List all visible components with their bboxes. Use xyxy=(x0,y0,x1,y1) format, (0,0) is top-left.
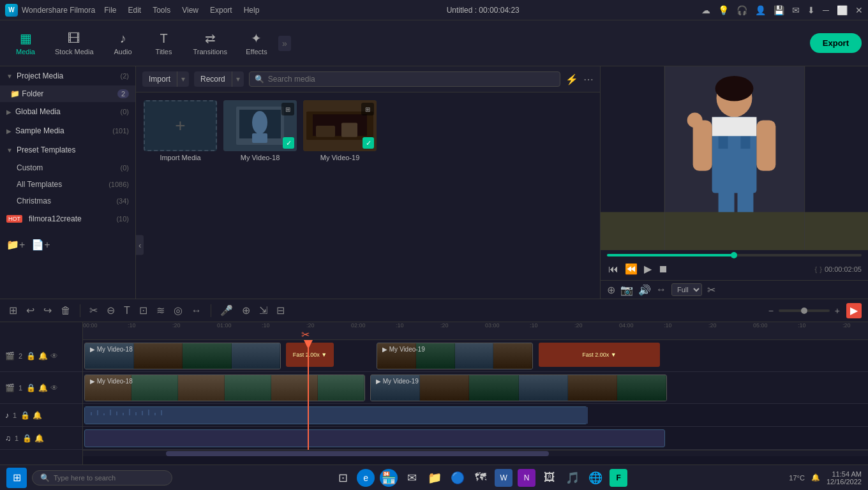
search-input[interactable] xyxy=(268,75,555,84)
taskview-icon[interactable]: ⊡ xyxy=(334,469,352,487)
grid-view-btn[interactable]: ⋯ xyxy=(583,73,594,85)
global-media-header[interactable]: ▶ Global Media (0) xyxy=(0,102,135,121)
redo-btn[interactable]: ↪ xyxy=(41,303,54,318)
all-templates-item[interactable]: All Templates (1086) xyxy=(0,176,135,193)
import-dropdown[interactable]: ▾ xyxy=(177,71,189,87)
audio2-lock-btn[interactable]: 🔒 xyxy=(22,434,32,443)
cloud-icon[interactable]: ☁ xyxy=(701,5,710,15)
bulb-icon[interactable]: 💡 xyxy=(718,5,729,15)
playhead[interactable]: ✂ xyxy=(308,340,309,450)
custom-item[interactable]: Custom (0) xyxy=(0,160,135,176)
play-btn[interactable]: ▶ xyxy=(643,262,653,276)
timeline-right-btn[interactable]: ▶ xyxy=(846,303,862,318)
video19-item[interactable]: ⊞ ✓ My Video-19 xyxy=(303,100,377,291)
split-view-btn[interactable]: ⊞ xyxy=(6,303,20,318)
music-icon[interactable]: 🎵 xyxy=(564,469,581,487)
menu-tools[interactable]: Tools xyxy=(147,4,176,16)
christmas-item[interactable]: Christmas (34) xyxy=(0,193,135,209)
aspect-ratio-btn[interactable]: ↔ xyxy=(656,284,666,295)
avatar-icon[interactable]: 👤 xyxy=(755,5,766,15)
clip-video18-track2[interactable]: ▶ My Video-18 xyxy=(84,343,281,369)
color-btn[interactable]: ◎ xyxy=(171,303,185,318)
export-button[interactable]: Export xyxy=(810,33,862,53)
save-icon[interactable]: 💾 xyxy=(774,5,784,15)
tool-transitions[interactable]: ⇄ Transitions xyxy=(186,27,235,59)
headphone-icon[interactable]: 🎧 xyxy=(737,5,747,15)
volume-btn[interactable]: 🔊 xyxy=(638,284,651,296)
folder-item[interactable]: 📁 Folder 2 xyxy=(0,85,135,102)
add-folder-icon[interactable]: 📁+ xyxy=(6,239,25,251)
speed-badge-1[interactable]: Fast 2.00x ▼ xyxy=(286,343,334,367)
filmora-taskbar-icon[interactable]: F xyxy=(610,469,627,487)
photos-icon[interactable]: 🖼 xyxy=(541,469,558,487)
undo-btn[interactable]: ↩ xyxy=(24,303,37,318)
add-item-icon[interactable]: 📄+ xyxy=(31,239,50,251)
onenote-icon[interactable]: N xyxy=(518,469,535,487)
minimize-btn[interactable]: ─ xyxy=(823,5,829,15)
maps-icon[interactable]: 🗺 xyxy=(472,469,490,487)
notification-icon[interactable]: 🔔 xyxy=(811,473,820,482)
text-btn[interactable]: T xyxy=(121,304,133,318)
track2-lock-btn[interactable]: 🔒 xyxy=(26,352,36,360)
audio-btn[interactable]: ≋ xyxy=(154,303,167,318)
crop-btn[interactable]: ✂ xyxy=(707,284,715,296)
play-back-btn[interactable]: ⏪ xyxy=(624,262,639,276)
audio-clip-1[interactable] xyxy=(84,406,587,424)
download-icon[interactable]: ⬇ xyxy=(807,5,815,15)
audio2-mute-btn[interactable]: 🔔 xyxy=(34,434,44,443)
mail-taskbar-icon[interactable]: ✉ xyxy=(403,469,421,487)
delete-btn[interactable]: 🗑 xyxy=(58,304,73,318)
clip-video19-track2[interactable]: ▶ My Video-19 xyxy=(377,343,533,369)
tool-stock-media[interactable]: 🎞 Stock Media xyxy=(47,27,101,59)
transform-btn[interactable]: ↔ xyxy=(189,304,204,318)
crop-timeline-btn[interactable]: ⊖ xyxy=(104,303,117,318)
speed-btn[interactable]: ⊟ xyxy=(274,303,287,318)
adjust-btn[interactable]: ⊡ xyxy=(137,303,150,318)
word-icon[interactable]: W xyxy=(495,469,513,487)
import-media-item[interactable]: + Import Media xyxy=(144,100,217,291)
store-icon[interactable]: 🏪 xyxy=(380,469,398,487)
sample-media-header[interactable]: ▶ Sample Media (101) xyxy=(0,121,135,140)
restore-btn[interactable]: ⬜ xyxy=(837,5,848,15)
tool-effects[interactable]: ✦ Effects xyxy=(237,27,276,59)
explorer-icon[interactable]: 📁 xyxy=(426,469,444,487)
zoom-bar[interactable] xyxy=(779,309,830,312)
start-button[interactable]: ⊞ xyxy=(6,468,27,488)
menu-help[interactable]: Help xyxy=(239,4,265,16)
clip-video18-track1[interactable]: ▶ My Video-18 xyxy=(84,375,365,401)
scrollbar-thumb[interactable] xyxy=(166,451,549,456)
import-btn[interactable]: Import xyxy=(142,71,177,87)
split-audio-btn[interactable]: ⊕ xyxy=(239,303,253,318)
mic-btn[interactable]: 🎤 xyxy=(218,303,236,318)
video18-item[interactable]: ⊞ ✓ My Video-18 xyxy=(223,100,297,291)
progress-bar[interactable] xyxy=(607,254,862,256)
grid-btn-19[interactable]: ⊞ xyxy=(361,103,374,115)
track1-lock-btn[interactable]: 🔒 xyxy=(26,383,36,392)
tool-titles[interactable]: T Titles xyxy=(145,27,183,59)
preset-templates-header[interactable]: ▼ Preset Templates xyxy=(0,140,135,160)
quality-select[interactable]: Full xyxy=(671,283,702,296)
step-back-btn[interactable]: ⏮ xyxy=(607,262,620,276)
grid-btn-18[interactable]: ⊞ xyxy=(281,103,294,115)
add-to-timeline-btn[interactable]: ⊕ xyxy=(607,284,615,296)
taskbar-search-input[interactable] xyxy=(54,474,164,482)
filter-btn[interactable]: ⚡ xyxy=(565,73,578,85)
zoom-out-btn[interactable]: − xyxy=(766,304,776,317)
scroll-left-btn[interactable]: ‹ xyxy=(136,235,144,255)
speed-badge-2[interactable]: Fast 2.00x ▼ xyxy=(539,343,660,367)
menu-file[interactable]: File xyxy=(99,4,121,16)
menu-view[interactable]: View xyxy=(177,4,204,16)
audio1-lock-btn[interactable]: 🔒 xyxy=(20,411,30,420)
project-media-header[interactable]: ▼ Project Media (2) xyxy=(0,66,135,85)
audio-clip-2[interactable] xyxy=(84,429,665,447)
clip-video19-track1[interactable]: ▶ My Video-19 xyxy=(370,375,667,401)
track1-mute-btn[interactable]: 🔔 xyxy=(38,383,48,392)
tool-media[interactable]: ▦ Media xyxy=(6,27,45,59)
tool-audio[interactable]: ♪ Audio xyxy=(104,27,142,59)
close-btn[interactable]: ✕ xyxy=(855,5,863,15)
zoom-in-btn[interactable]: + xyxy=(832,304,842,317)
snapshot-btn[interactable]: 📷 xyxy=(620,284,633,296)
stop-btn[interactable]: ⏹ xyxy=(657,262,670,276)
filmora12create-header[interactable]: HOT filmora12create (10) xyxy=(0,209,135,228)
toolbar-expand-btn[interactable]: » xyxy=(278,36,291,51)
